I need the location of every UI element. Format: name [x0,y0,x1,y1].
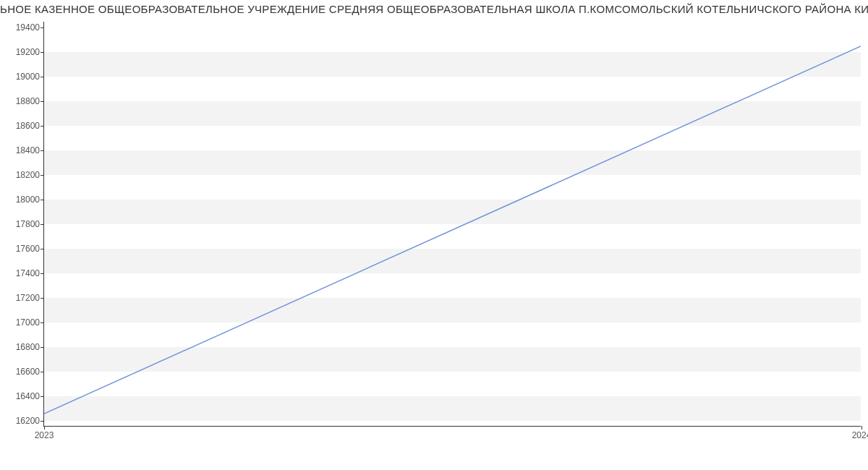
y-tick-mark [41,126,44,127]
y-tick-label: 19200 [16,47,40,57]
y-tick-mark [41,224,44,225]
y-tick-mark [41,421,44,422]
y-tick-label: 16600 [16,367,40,377]
y-tick-label: 18600 [16,121,40,131]
x-tick-mark [861,426,862,430]
x-tick-label: 2023 [35,430,54,440]
y-tick-mark [41,372,44,372]
y-tick-mark [41,249,44,249]
y-tick-mark [41,322,44,323]
plot-area: 1620016400166001680017000172001740017600… [43,22,861,427]
y-tick-mark [41,347,44,348]
y-tick-mark [41,27,44,28]
y-tick-label: 16800 [16,342,40,352]
y-tick-label: 17000 [16,317,40,328]
y-tick-label: 17200 [16,293,40,303]
x-tick-label: 2024 [852,430,868,440]
line-series [44,22,861,426]
y-tick-mark [41,396,44,397]
y-tick-label: 19000 [16,72,40,82]
y-tick-mark [41,175,44,176]
y-tick-label: 19400 [16,22,40,33]
y-tick-label: 16200 [16,416,40,426]
y-tick-label: 17800 [16,219,40,229]
y-tick-label: 18800 [16,96,40,106]
y-tick-mark [41,52,44,53]
y-tick-mark [41,298,44,299]
series-line [44,46,861,414]
y-tick-mark [41,77,44,77]
y-tick-label: 17400 [16,268,40,278]
y-tick-label: 18200 [16,170,40,180]
chart-container: ЬНОЕ КАЗЕННОЕ ОБЩЕОБРАЗОВАТЕЛЬНОЕ УЧРЕЖД… [0,0,868,470]
y-tick-label: 18400 [16,145,40,155]
y-tick-mark [41,101,44,102]
y-tick-mark [41,273,44,274]
y-tick-mark [41,200,44,200]
x-tick-mark [44,426,45,430]
y-tick-mark [41,150,44,151]
chart-title: ЬНОЕ КАЗЕННОЕ ОБЩЕОБРАЗОВАТЕЛЬНОЕ УЧРЕЖД… [0,3,868,15]
y-tick-label: 17600 [16,244,40,254]
y-tick-label: 16400 [16,391,40,401]
y-tick-label: 18000 [16,195,40,205]
